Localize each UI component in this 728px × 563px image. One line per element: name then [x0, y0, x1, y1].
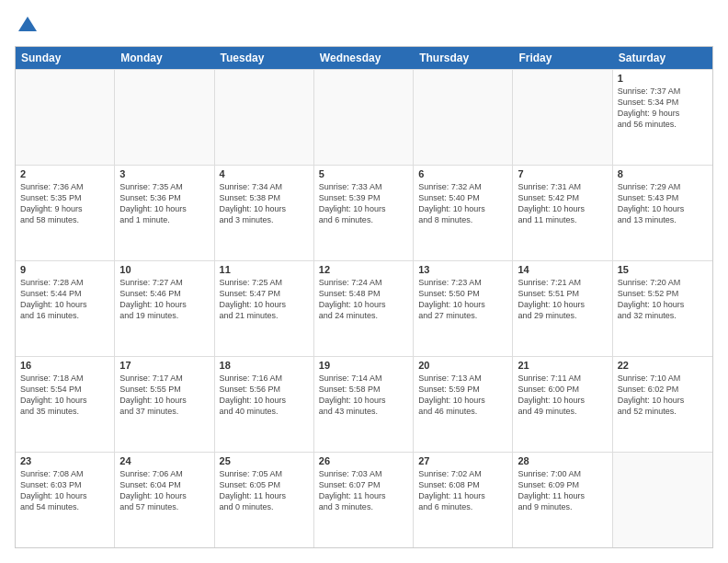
- page: SundayMondayTuesdayWednesdayThursdayFrid…: [0, 0, 728, 563]
- calendar-cell: 5Sunrise: 7:33 AM Sunset: 5:39 PM Daylig…: [314, 166, 414, 260]
- day-info: Sunrise: 7:35 AM Sunset: 5:36 PM Dayligh…: [119, 181, 209, 226]
- calendar-cell: [513, 70, 612, 165]
- calendar-row: 16Sunrise: 7:18 AM Sunset: 5:54 PM Dayli…: [16, 356, 712, 452]
- day-number: 22: [618, 360, 708, 371]
- day-info: Sunrise: 7:16 AM Sunset: 5:56 PM Dayligh…: [220, 373, 309, 418]
- calendar-cell: 3Sunrise: 7:35 AM Sunset: 5:36 PM Daylig…: [115, 166, 214, 260]
- day-number: 20: [418, 360, 507, 371]
- day-info: Sunrise: 7:24 AM Sunset: 5:48 PM Dayligh…: [319, 277, 408, 322]
- calendar-cell: 13Sunrise: 7:23 AM Sunset: 5:50 PM Dayli…: [414, 261, 513, 356]
- day-info: Sunrise: 7:18 AM Sunset: 5:54 PM Dayligh…: [20, 373, 109, 418]
- calendar-header-cell: Monday: [115, 47, 214, 69]
- day-number: 8: [618, 168, 708, 179]
- logo-text: [15, 15, 39, 37]
- day-info: Sunrise: 7:00 AM Sunset: 6:09 PM Dayligh…: [518, 468, 607, 513]
- day-info: Sunrise: 7:31 AM Sunset: 5:42 PM Dayligh…: [518, 181, 607, 226]
- day-info: Sunrise: 7:27 AM Sunset: 5:46 PM Dayligh…: [119, 277, 209, 322]
- calendar-cell: 25Sunrise: 7:05 AM Sunset: 6:05 PM Dayli…: [215, 453, 314, 547]
- header: [15, 15, 713, 37]
- day-number: 19: [319, 360, 408, 371]
- calendar-cell: 22Sunrise: 7:10 AM Sunset: 6:02 PM Dayli…: [613, 357, 712, 452]
- day-number: 24: [119, 455, 209, 466]
- calendar-row: 23Sunrise: 7:08 AM Sunset: 6:03 PM Dayli…: [16, 452, 712, 547]
- calendar-header-cell: Friday: [513, 47, 612, 69]
- day-number: 25: [220, 455, 309, 466]
- calendar-header-cell: Sunday: [16, 47, 115, 69]
- calendar-cell: 7Sunrise: 7:31 AM Sunset: 5:42 PM Daylig…: [513, 166, 612, 260]
- svg-marker-0: [18, 17, 37, 31]
- day-number: 23: [20, 455, 109, 466]
- day-number: 14: [518, 264, 607, 275]
- day-info: Sunrise: 7:03 AM Sunset: 6:07 PM Dayligh…: [319, 468, 408, 513]
- calendar-cell: [215, 70, 314, 165]
- calendar-row: 9Sunrise: 7:28 AM Sunset: 5:44 PM Daylig…: [16, 260, 712, 356]
- day-number: 13: [418, 264, 507, 275]
- day-number: 10: [119, 264, 209, 275]
- day-info: Sunrise: 7:33 AM Sunset: 5:39 PM Dayligh…: [319, 181, 408, 226]
- day-info: Sunrise: 7:17 AM Sunset: 5:55 PM Dayligh…: [119, 373, 209, 418]
- calendar-cell: 8Sunrise: 7:29 AM Sunset: 5:43 PM Daylig…: [613, 166, 712, 260]
- day-number: 9: [20, 264, 109, 275]
- calendar-cell: 2Sunrise: 7:36 AM Sunset: 5:35 PM Daylig…: [16, 166, 115, 260]
- calendar-cell: [314, 70, 414, 165]
- day-number: 16: [20, 360, 109, 371]
- day-number: 3: [119, 168, 209, 179]
- day-number: 15: [618, 264, 708, 275]
- calendar-cell: 23Sunrise: 7:08 AM Sunset: 6:03 PM Dayli…: [16, 453, 115, 547]
- day-info: Sunrise: 7:06 AM Sunset: 6:04 PM Dayligh…: [119, 468, 209, 513]
- day-info: Sunrise: 7:36 AM Sunset: 5:35 PM Dayligh…: [20, 181, 109, 226]
- day-number: 2: [20, 168, 109, 179]
- calendar-header-cell: Saturday: [613, 47, 712, 69]
- day-number: 7: [518, 168, 607, 179]
- day-info: Sunrise: 7:14 AM Sunset: 5:58 PM Dayligh…: [319, 373, 408, 418]
- calendar-cell: 17Sunrise: 7:17 AM Sunset: 5:55 PM Dayli…: [115, 357, 214, 452]
- day-number: 11: [220, 264, 309, 275]
- day-info: Sunrise: 7:29 AM Sunset: 5:43 PM Dayligh…: [618, 181, 708, 226]
- calendar-cell: 20Sunrise: 7:13 AM Sunset: 5:59 PM Dayli…: [414, 357, 513, 452]
- day-number: 5: [319, 168, 408, 179]
- calendar-header-cell: Tuesday: [215, 47, 314, 69]
- day-info: Sunrise: 7:02 AM Sunset: 6:08 PM Dayligh…: [418, 468, 507, 513]
- calendar-cell: 16Sunrise: 7:18 AM Sunset: 5:54 PM Dayli…: [16, 357, 115, 452]
- day-info: Sunrise: 7:13 AM Sunset: 5:59 PM Dayligh…: [418, 373, 507, 418]
- day-number: 18: [220, 360, 309, 371]
- calendar-cell: 28Sunrise: 7:00 AM Sunset: 6:09 PM Dayli…: [513, 453, 612, 547]
- day-info: Sunrise: 7:08 AM Sunset: 6:03 PM Dayligh…: [20, 468, 109, 513]
- calendar-header-cell: Thursday: [414, 47, 513, 69]
- day-info: Sunrise: 7:34 AM Sunset: 5:38 PM Dayligh…: [220, 181, 309, 226]
- calendar-cell: 24Sunrise: 7:06 AM Sunset: 6:04 PM Dayli…: [115, 453, 214, 547]
- calendar-cell: 9Sunrise: 7:28 AM Sunset: 5:44 PM Daylig…: [16, 261, 115, 356]
- day-number: 17: [119, 360, 209, 371]
- calendar-body: 1Sunrise: 7:37 AM Sunset: 5:34 PM Daylig…: [16, 69, 712, 547]
- day-info: Sunrise: 7:20 AM Sunset: 5:52 PM Dayligh…: [618, 277, 708, 322]
- day-number: 12: [319, 264, 408, 275]
- day-info: Sunrise: 7:32 AM Sunset: 5:40 PM Dayligh…: [418, 181, 507, 226]
- calendar-cell: 18Sunrise: 7:16 AM Sunset: 5:56 PM Dayli…: [215, 357, 314, 452]
- day-info: Sunrise: 7:11 AM Sunset: 6:00 PM Dayligh…: [518, 373, 607, 418]
- calendar-cell: [16, 70, 115, 165]
- day-number: 28: [518, 455, 607, 466]
- day-number: 4: [220, 168, 309, 179]
- day-info: Sunrise: 7:05 AM Sunset: 6:05 PM Dayligh…: [220, 468, 309, 513]
- calendar-header: SundayMondayTuesdayWednesdayThursdayFrid…: [16, 47, 712, 69]
- day-info: Sunrise: 7:23 AM Sunset: 5:50 PM Dayligh…: [418, 277, 507, 322]
- day-number: 6: [418, 168, 507, 179]
- calendar-cell: [115, 70, 214, 165]
- calendar-cell: [613, 453, 712, 547]
- day-info: Sunrise: 7:37 AM Sunset: 5:34 PM Dayligh…: [618, 86, 708, 131]
- calendar: SundayMondayTuesdayWednesdayThursdayFrid…: [15, 46, 713, 548]
- calendar-cell: 6Sunrise: 7:32 AM Sunset: 5:40 PM Daylig…: [414, 166, 513, 260]
- logo-icon: [17, 15, 39, 37]
- day-number: 21: [518, 360, 607, 371]
- calendar-cell: 12Sunrise: 7:24 AM Sunset: 5:48 PM Dayli…: [314, 261, 414, 356]
- calendar-cell: 10Sunrise: 7:27 AM Sunset: 5:46 PM Dayli…: [115, 261, 214, 356]
- calendar-cell: 11Sunrise: 7:25 AM Sunset: 5:47 PM Dayli…: [215, 261, 314, 356]
- calendar-row: 2Sunrise: 7:36 AM Sunset: 5:35 PM Daylig…: [16, 165, 712, 260]
- day-info: Sunrise: 7:10 AM Sunset: 6:02 PM Dayligh…: [618, 373, 708, 418]
- calendar-cell: 15Sunrise: 7:20 AM Sunset: 5:52 PM Dayli…: [613, 261, 712, 356]
- calendar-header-cell: Wednesday: [314, 47, 414, 69]
- calendar-cell: 27Sunrise: 7:02 AM Sunset: 6:08 PM Dayli…: [414, 453, 513, 547]
- calendar-cell: 26Sunrise: 7:03 AM Sunset: 6:07 PM Dayli…: [314, 453, 414, 547]
- calendar-cell: [414, 70, 513, 165]
- day-number: 26: [319, 455, 408, 466]
